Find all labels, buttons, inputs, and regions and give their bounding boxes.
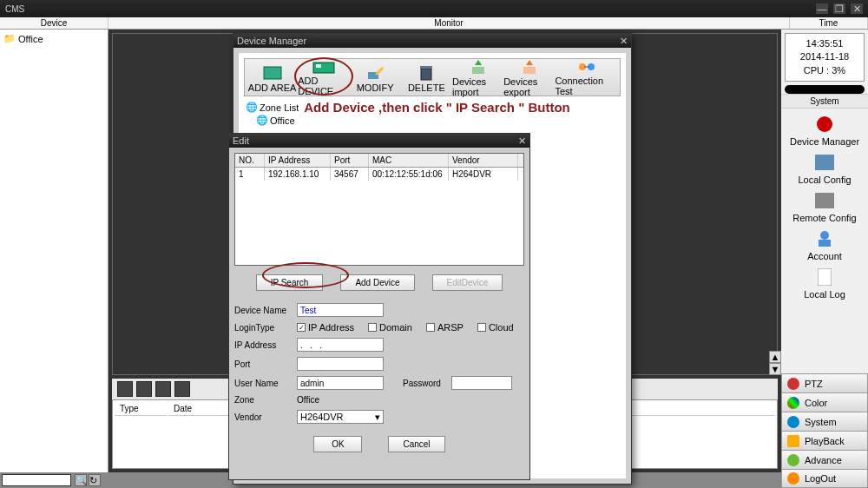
label-ipaddr: IP Address (234, 340, 292, 350)
side-tabs: PTZ Color System PlayBack Advance LogOut (781, 373, 868, 488)
scroll-down-button[interactable]: ▼ (769, 363, 781, 375)
ptz-icon (787, 378, 799, 390)
device-manager-dialog: Device Manager ✕ ADD AREA ADD DEVICE MOD… (233, 33, 632, 485)
side-tab-system[interactable]: System (781, 412, 868, 431)
remote-config-icon (812, 190, 837, 211)
delete-icon (415, 63, 437, 82)
ip-search-button[interactable]: IP Search (256, 274, 324, 291)
login-ip-checkbox[interactable]: ✓IP Address (297, 322, 354, 333)
edit-dialog: Edit ✕ NO. IP Address Port MAC Vendor 1 … (228, 133, 530, 480)
port-field[interactable] (297, 357, 384, 371)
col-vendor[interactable]: Vendor (449, 154, 518, 167)
label-zone: Zone (234, 395, 292, 405)
close-button[interactable]: ✕ (851, 3, 863, 14)
add-area-button[interactable]: ADD AREA (247, 59, 298, 96)
tab-time[interactable]: Time (790, 17, 868, 29)
svg-point-0 (817, 116, 832, 132)
side-tab-logout[interactable]: LogOut (781, 469, 868, 488)
svg-rect-2 (815, 193, 834, 208)
side-tab-color[interactable]: Color (781, 392, 868, 412)
system-account[interactable]: Account (807, 228, 842, 261)
system-device-manager[interactable]: Device Manager (790, 114, 859, 147)
layout-4x4-button[interactable] (174, 381, 190, 397)
password-field[interactable] (451, 376, 512, 390)
cancel-button[interactable]: Cancel (388, 436, 444, 452)
svg-rect-6 (264, 67, 281, 79)
table-row[interactable]: 1 192.168.1.10 34567 00:12:12:55:1d:06 H… (235, 168, 523, 181)
col-type[interactable]: Type (115, 402, 167, 416)
system-icon (787, 416, 799, 428)
modify-button[interactable]: MODIFY (349, 59, 400, 96)
label-devname: Device Name (234, 306, 292, 315)
delete-button[interactable]: DELETE (401, 59, 452, 96)
tab-monitor[interactable]: Monitor (108, 17, 790, 29)
footer-refresh-button[interactable]: ↻ (89, 474, 101, 486)
add-device-button[interactable]: ADD DEVICE (298, 59, 349, 96)
devices-export-button[interactable]: Devices export (503, 59, 555, 96)
ok-button[interactable]: OK (313, 436, 362, 452)
edit-close-button[interactable]: ✕ (518, 135, 526, 147)
layout-2x2-button[interactable] (136, 381, 152, 397)
svg-rect-13 (523, 67, 536, 74)
devices-import-button[interactable]: Devices import (452, 59, 503, 96)
device-name-field[interactable] (297, 303, 384, 317)
folder-icon: 📁 (3, 33, 16, 44)
maximize-button[interactable]: ❐ (833, 3, 845, 14)
label-logintype: LoginType (234, 323, 292, 333)
devmgr-toolbar: ADD AREA ADD DEVICE MODIFY DELETE Device… (244, 58, 621, 96)
devmgr-close-button[interactable]: ✕ (620, 36, 628, 47)
device-grid[interactable]: NO. IP Address Port MAC Vendor 1 192.168… (234, 153, 524, 266)
globe-icon: 🌐 (256, 115, 268, 126)
side-tab-ptz[interactable]: PTZ (781, 373, 868, 392)
globe-icon: 🌐 (246, 102, 258, 113)
advance-icon (787, 454, 799, 466)
system-local-config[interactable]: Local Config (798, 152, 851, 185)
scroll-up-button[interactable]: ▲ (769, 351, 781, 363)
zone-list-node[interactable]: 🌐Zone List Add Device ,then click " IP S… (244, 100, 621, 115)
footer-search[interactable] (2, 474, 71, 486)
col-no[interactable]: NO. (235, 154, 265, 167)
label-vendor: Vendor (234, 412, 292, 422)
add-area-icon (261, 63, 284, 82)
label-password: Password (403, 379, 446, 388)
col-port[interactable]: Port (331, 154, 369, 167)
status-info: 14:35:51 2014-11-18 CPU : 3% (785, 33, 865, 82)
devmgr-title: Device Manager (237, 36, 306, 46)
vendor-select[interactable]: H264DVR▾ (297, 410, 384, 424)
ip-address-field[interactable] (297, 338, 384, 352)
login-domain-checkbox[interactable]: Domain (368, 322, 412, 333)
device-tree-pane: 📁 Office (0, 30, 108, 472)
connection-test-button[interactable]: Connection Test (555, 59, 618, 96)
svg-rect-8 (316, 64, 321, 68)
device-manager-icon (812, 114, 837, 135)
zone-office-node[interactable]: 🌐Office (244, 115, 621, 126)
footer-search-button[interactable]: 🔍 (75, 474, 87, 486)
tree-item-office[interactable]: 📁 Office (3, 33, 104, 44)
layout-1x1-button[interactable] (117, 381, 133, 397)
svg-rect-4 (819, 240, 831, 247)
system-header: System (781, 94, 868, 109)
minimize-button[interactable]: — (816, 3, 828, 14)
col-mac[interactable]: MAC (369, 154, 449, 167)
tab-device[interactable]: Device (0, 17, 108, 29)
status-time: 14:35:51 (789, 37, 860, 50)
import-icon (467, 58, 490, 76)
local-config-icon (812, 152, 837, 173)
system-local-log[interactable]: Local Log (804, 267, 845, 300)
svg-rect-12 (472, 67, 484, 74)
main-titlebar: CMS — ❐ ✕ (0, 0, 868, 17)
logout-icon (787, 472, 799, 485)
add-device-form-button[interactable]: Add Device (340, 274, 414, 291)
layout-3x3-button[interactable] (155, 381, 171, 397)
username-field[interactable] (297, 376, 384, 390)
svg-rect-11 (420, 66, 432, 69)
edit-title: Edit (233, 135, 249, 146)
svg-rect-1 (815, 155, 834, 170)
system-remote-config[interactable]: Remote Config (792, 190, 856, 223)
col-ip[interactable]: IP Address (265, 154, 331, 167)
side-tab-advance[interactable]: Advance (781, 450, 868, 469)
login-cloud-checkbox[interactable]: Cloud (477, 322, 514, 333)
login-arsp-checkbox[interactable]: ARSP (426, 322, 464, 333)
side-tab-playback[interactable]: PlayBack (781, 431, 868, 450)
edit-device-button: EditDevice (432, 274, 503, 291)
